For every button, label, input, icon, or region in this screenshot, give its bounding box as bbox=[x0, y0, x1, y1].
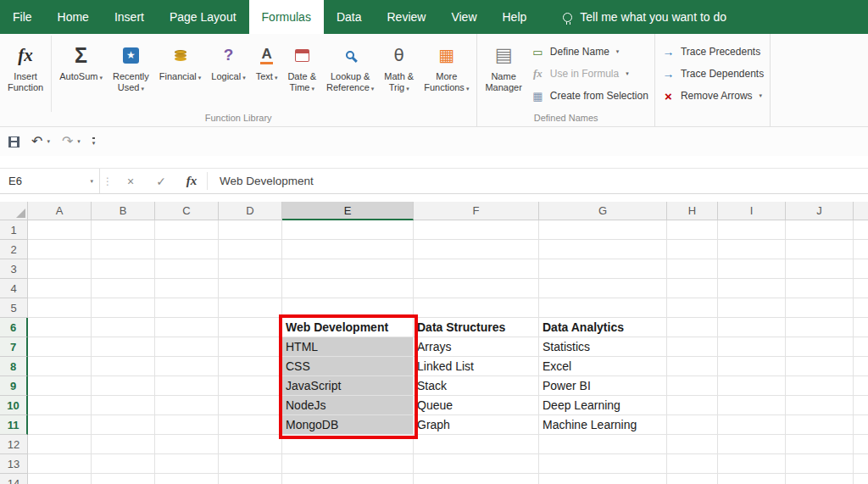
row-header-9[interactable]: 9 bbox=[0, 376, 28, 396]
cell-C5[interactable] bbox=[155, 298, 219, 318]
cell-I12[interactable] bbox=[718, 435, 786, 454]
row-header-13[interactable]: 13 bbox=[0, 454, 28, 474]
cell-J13[interactable] bbox=[786, 454, 854, 474]
cell-F12[interactable] bbox=[414, 435, 539, 454]
cell-I3[interactable] bbox=[718, 259, 786, 279]
formula-input[interactable]: Web Development bbox=[208, 169, 868, 193]
ribbon-button-trace-dependents[interactable]: →Trace Dependents bbox=[661, 64, 764, 83]
cell-E12[interactable] bbox=[282, 435, 414, 454]
cell-F10[interactable]: Queue bbox=[414, 396, 539, 415]
cell-E6[interactable]: Web Development bbox=[282, 318, 414, 337]
cell-A4[interactable] bbox=[28, 279, 92, 298]
cell-B13[interactable] bbox=[92, 454, 155, 474]
ribbon-button-name-manager[interactable]: ▤NameManager bbox=[480, 36, 526, 112]
cell-A7[interactable] bbox=[28, 337, 92, 357]
cell-H12[interactable] bbox=[667, 435, 718, 454]
ribbon-button-autosum[interactable]: ΣAutoSum▾ bbox=[54, 36, 108, 112]
cell-G14[interactable] bbox=[539, 474, 667, 484]
cell-E2[interactable] bbox=[282, 240, 414, 259]
row-header-6[interactable]: 6 bbox=[0, 318, 28, 337]
menu-tab-file[interactable]: File bbox=[0, 0, 45, 34]
name-box-chevron-icon[interactable]: ▾ bbox=[90, 178, 99, 185]
cell-I1[interactable] bbox=[718, 220, 786, 240]
cell-B3[interactable] bbox=[92, 259, 155, 279]
cell-G6[interactable]: Data Analytics bbox=[539, 318, 667, 337]
cell-C1[interactable] bbox=[155, 220, 219, 240]
cell-K9[interactable] bbox=[854, 376, 868, 396]
cell-I7[interactable] bbox=[718, 337, 786, 357]
menu-tab-data[interactable]: Data bbox=[324, 0, 375, 34]
cell-C3[interactable] bbox=[155, 259, 219, 279]
ribbon-button-text[interactable]: AText▾ bbox=[251, 36, 283, 112]
cell-J1[interactable] bbox=[786, 220, 854, 240]
cell-H4[interactable] bbox=[667, 279, 718, 298]
cell-D1[interactable] bbox=[219, 220, 282, 240]
select-all-corner[interactable] bbox=[0, 202, 28, 220]
row-header-8[interactable]: 8 bbox=[0, 357, 28, 376]
cell-D14[interactable] bbox=[219, 474, 282, 484]
column-header-C[interactable]: C bbox=[155, 202, 219, 220]
cell-A3[interactable] bbox=[28, 259, 92, 279]
cell-J2[interactable] bbox=[786, 240, 854, 259]
cell-D7[interactable] bbox=[219, 337, 282, 357]
cell-G11[interactable]: Machine Learning bbox=[539, 415, 667, 435]
column-header-G[interactable]: G bbox=[539, 202, 667, 220]
cell-G1[interactable] bbox=[539, 220, 667, 240]
enter-button[interactable]: ✓ bbox=[146, 169, 176, 193]
cell-J6[interactable] bbox=[786, 318, 854, 337]
cell-J14[interactable] bbox=[786, 474, 854, 484]
cell-G8[interactable]: Excel bbox=[539, 357, 667, 376]
cell-A13[interactable] bbox=[28, 454, 92, 474]
menu-tab-insert[interactable]: Insert bbox=[102, 0, 157, 34]
cell-F4[interactable] bbox=[414, 279, 539, 298]
cell-C12[interactable] bbox=[155, 435, 219, 454]
tell-me[interactable]: Tell me what you want to do bbox=[563, 0, 726, 34]
cell-H14[interactable] bbox=[667, 474, 718, 484]
cell-A11[interactable] bbox=[28, 415, 92, 435]
cell-H5[interactable] bbox=[667, 298, 718, 318]
cell-G12[interactable] bbox=[539, 435, 667, 454]
cell-D3[interactable] bbox=[219, 259, 282, 279]
cell-I10[interactable] bbox=[718, 396, 786, 415]
row-header-5[interactable]: 5 bbox=[0, 298, 28, 318]
cell-E13[interactable] bbox=[282, 454, 414, 474]
cell-D13[interactable] bbox=[219, 454, 282, 474]
cell-I5[interactable] bbox=[718, 298, 786, 318]
ribbon-button-use-in-formula[interactable]: fxUse in Formula▾ bbox=[531, 64, 648, 83]
cell-H11[interactable] bbox=[667, 415, 718, 435]
cell-D8[interactable] bbox=[219, 357, 282, 376]
column-header-D[interactable]: D bbox=[219, 202, 282, 220]
menu-tab-formulas[interactable]: Formulas bbox=[249, 0, 324, 34]
cell-H7[interactable] bbox=[667, 337, 718, 357]
cell-B2[interactable] bbox=[92, 240, 155, 259]
cell-J3[interactable] bbox=[786, 259, 854, 279]
row-header-3[interactable]: 3 bbox=[0, 259, 28, 279]
cell-J5[interactable] bbox=[786, 298, 854, 318]
cell-E7[interactable]: HTML bbox=[282, 337, 414, 357]
cell-F8[interactable]: Linked List bbox=[414, 357, 539, 376]
cell-G10[interactable]: Deep Learning bbox=[539, 396, 667, 415]
cell-D6[interactable] bbox=[219, 318, 282, 337]
ribbon-button-logical[interactable]: ?Logical▾ bbox=[206, 36, 250, 112]
cell-I14[interactable] bbox=[718, 474, 786, 484]
ribbon-button-lookup-reference[interactable]: Lookup &Reference▾ bbox=[321, 36, 379, 112]
cell-E3[interactable] bbox=[282, 259, 414, 279]
cell-F6[interactable]: Data Structures bbox=[414, 318, 539, 337]
cell-B7[interactable] bbox=[92, 337, 155, 357]
cell-G7[interactable]: Statistics bbox=[539, 337, 667, 357]
cell-F1[interactable] bbox=[414, 220, 539, 240]
cell-C9[interactable] bbox=[155, 376, 219, 396]
cell-G9[interactable]: Power BI bbox=[539, 376, 667, 396]
menu-tab-review[interactable]: Review bbox=[375, 0, 439, 34]
cell-B12[interactable] bbox=[92, 435, 155, 454]
cell-E8[interactable]: CSS bbox=[282, 357, 414, 376]
cell-H6[interactable] bbox=[667, 318, 718, 337]
save-button[interactable] bbox=[8, 136, 19, 147]
cell-H3[interactable] bbox=[667, 259, 718, 279]
cell-D10[interactable] bbox=[219, 396, 282, 415]
cell-D4[interactable] bbox=[219, 279, 282, 298]
insert-function-fx-button[interactable]: fx bbox=[176, 169, 207, 193]
cell-D5[interactable] bbox=[219, 298, 282, 318]
row-header-1[interactable]: 1 bbox=[0, 220, 28, 240]
cell-E11[interactable]: MongoDB bbox=[282, 415, 414, 435]
